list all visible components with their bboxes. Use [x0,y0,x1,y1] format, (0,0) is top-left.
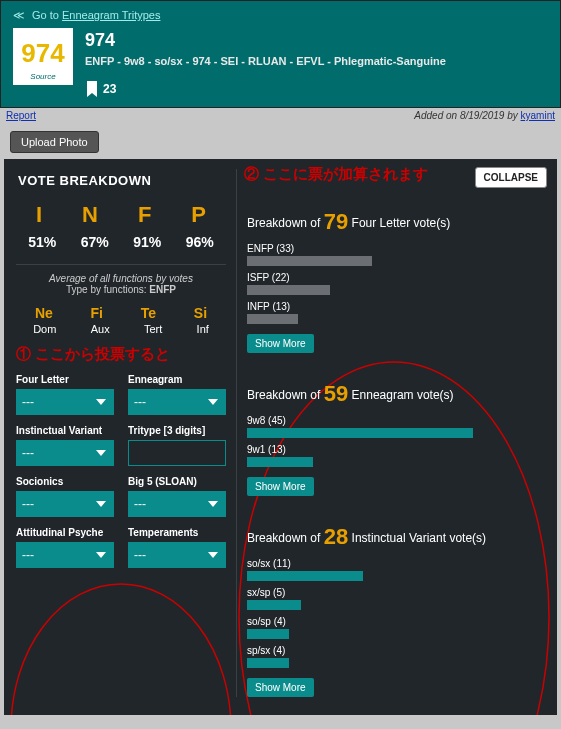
bar-fill [247,600,301,610]
letter-0: I [36,202,42,228]
bar-label: ISFP (22) [247,272,545,283]
meta-row: Report Added on 8/19/2019 by kyamint [0,108,561,125]
letter-2: F [138,202,151,228]
profile-header: ≪ Go to Enneagram Tritypes 974 Source 97… [0,0,561,108]
page-title: 974 [85,30,548,51]
avg-functions-label: Average of all functions by votes [16,273,226,284]
bookmark-icon[interactable] [85,81,99,97]
pct-1: 67% [81,234,109,250]
avatar[interactable]: 974 Source [13,28,73,85]
breadcrumb-link[interactable]: Enneagram Tritypes [62,9,160,21]
breakdown-fourletter: Breakdown of 79 Four Letter vote(s) ENFP… [247,209,545,353]
bd-iv-prefix: Breakdown of [247,531,324,545]
show-more-instinct[interactable]: Show More [247,678,314,697]
by-label: by [504,110,520,121]
pos-2: Tert [144,323,162,335]
enneagram-select[interactable]: --- [128,389,226,415]
pct-3: 96% [186,234,214,250]
functions-row: Ne Fi Te Si [16,305,226,321]
breakdown-instinct: Breakdown of 28 Instinctual Variant vote… [247,524,545,697]
four-letter-label: Four Letter [16,374,114,385]
bd-en-prefix: Breakdown of [247,388,324,402]
func-3: Si [194,305,207,321]
bar-label: sp/sx (4) [247,645,545,656]
temperaments-select[interactable]: --- [128,542,226,568]
bar-row: sp/sx (4) [247,645,545,668]
pos-3: Inf [197,323,209,335]
enneagram-label: Enneagram [128,374,226,385]
bd-en-count: 59 [324,381,348,406]
att-psyche-select[interactable]: --- [16,542,114,568]
upload-photo-button[interactable]: Upload Photo [10,131,99,153]
back-arrows: ≪ [13,9,25,21]
bd-iv-count: 28 [324,524,348,549]
page-subtitle: ENFP - 9w8 - so/sx - 974 - SEI - RLUAN -… [85,55,548,67]
bar-fill [247,256,372,266]
show-more-enneagram[interactable]: Show More [247,477,314,496]
four-letter-select[interactable]: --- [16,389,114,415]
big5-label: Big 5 (SLOAN) [128,476,226,487]
vote-breakdown-title: VOTE BREAKDOWN [18,173,226,188]
avatar-number: 974 [21,32,64,72]
bar-fill [247,314,298,324]
func-1: Fi [91,305,103,321]
bar-label: INFP (13) [247,301,545,312]
bar-row: ENFP (33) [247,243,545,266]
func-0: Ne [35,305,53,321]
bar-row: ISFP (22) [247,272,545,295]
letter-1: N [82,202,98,228]
avatar-source-label: Source [30,72,55,83]
instinct-select[interactable]: --- [16,440,114,466]
positions-row: Dom Aux Tert Inf [16,323,226,335]
att-psyche-label: Attitudinal Psyche [16,527,114,538]
func-2: Te [141,305,156,321]
bar-label: 9w8 (45) [247,415,545,426]
go-to-prefix: Go to [32,9,62,21]
pos-0: Dom [33,323,56,335]
instinct-label: Instinctual Variant [16,425,114,436]
bd-fl-count: 79 [324,209,348,234]
added-date: 8/19/2019 [460,110,505,121]
vote-right-column: Breakdown of 79 Four Letter vote(s) ENFP… [236,169,545,697]
bar-fill [247,658,289,668]
bd-fl-prefix: Breakdown of [247,216,324,230]
bar-row: 9w8 (45) [247,415,545,438]
socionics-label: Socionics [16,476,114,487]
divider [16,264,226,265]
bar-label: sx/sp (5) [247,587,545,598]
bar-row: sx/sp (5) [247,587,545,610]
bar-label: so/sp (4) [247,616,545,627]
bar-row: 9w1 (13) [247,444,545,467]
bd-iv-suffix: Instinctual Variant vote(s) [352,531,487,545]
letter-3: P [191,202,206,228]
bar-fill [247,571,363,581]
bd-en-suffix: Enneagram vote(s) [352,388,454,402]
breadcrumb: ≪ Go to Enneagram Tritypes [13,9,548,22]
bar-row: so/sp (4) [247,616,545,639]
vote-left-column: VOTE BREAKDOWN I N F P 51% 67% 91% 96% A… [16,169,226,697]
bd-fl-suffix: Four Letter vote(s) [352,216,451,230]
show-more-fourletter[interactable]: Show More [247,334,314,353]
bookmark-count: 23 [103,82,116,96]
vote-breakdown-panel: ② ここに票が加算されます COLLAPSE VOTE BREAKDOWN I … [4,159,557,715]
user-link[interactable]: kyamint [521,110,555,121]
breakdown-enneagram: Breakdown of 59 Enneagram vote(s) 9w8 (4… [247,381,545,496]
bar-label: so/sx (11) [247,558,545,569]
tritype-label: Tritype [3 digits] [128,425,226,436]
letters-row: I N F P [16,202,226,228]
bar-label: 9w1 (13) [247,444,545,455]
socionics-select[interactable]: --- [16,491,114,517]
bar-fill [247,285,330,295]
tritype-input[interactable] [128,440,226,466]
pct-2: 91% [133,234,161,250]
percent-row: 51% 67% 91% 96% [16,234,226,250]
pct-0: 51% [28,234,56,250]
temperaments-label: Temperaments [128,527,226,538]
bar-label: ENFP (33) [247,243,545,254]
bar-row: so/sx (11) [247,558,545,581]
report-link[interactable]: Report [6,110,36,121]
big5-select[interactable]: --- [128,491,226,517]
vote-form: Four Letter --- Enneagram --- Instinctua… [16,374,226,568]
bar-row: INFP (13) [247,301,545,324]
bar-fill [247,457,313,467]
